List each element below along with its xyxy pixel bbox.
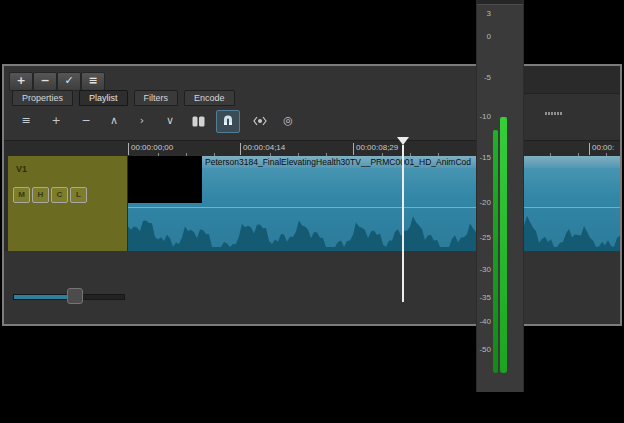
scrub-while-dragging-button[interactable] (250, 112, 270, 130)
audio-meter-panel: 3 0 -5 -10 -15 -20 -25 -30 -35 -40 -50 (476, 0, 524, 392)
chevron-up-icon: ∧ (110, 114, 118, 127)
meter-scale-label: 3 (477, 9, 491, 18)
meter-scale-label: -40 (477, 317, 491, 326)
timecode-label: 00:00:08;29 (353, 143, 398, 155)
timeline-menu-button[interactable]: ≡ (16, 112, 36, 130)
add-button[interactable]: + (9, 72, 33, 91)
playhead-handle[interactable] (397, 137, 409, 145)
scrub-eye-icon (253, 116, 267, 126)
right-dock-area (520, 66, 620, 140)
update-button[interactable]: ✓ (57, 72, 81, 91)
meter-scale-label: -20 (477, 198, 491, 207)
split-button[interactable] (188, 112, 208, 130)
track-lock-button[interactable]: L (70, 187, 87, 203)
right-dock-bottom (520, 94, 620, 140)
magnet-icon (222, 114, 234, 126)
meter-scale-label: -25 (477, 233, 491, 242)
clip-black-video-segment (128, 156, 202, 203)
meter-scale-label: 0 (477, 32, 491, 41)
grip-dots-icon[interactable] (545, 112, 562, 115)
menu-button[interactable]: ≡ (81, 72, 105, 91)
timeline-ruler[interactable]: 00:00:00;00 00:00:04;14 00:00:08;29 00:0… (4, 140, 620, 157)
timeline-clip[interactable]: Peterson3184_FinalElevatingHealth30TV__P… (128, 156, 620, 251)
plus-icon: + (16, 74, 25, 87)
meter-scale-label: -5 (477, 73, 491, 82)
right-dock-top (520, 66, 620, 94)
timeline-ripple-delete-button[interactable]: − (76, 112, 96, 130)
plus-icon: + (51, 114, 60, 127)
clip-waveform (128, 206, 620, 251)
track-header[interactable]: V1 M H C L (8, 156, 127, 251)
meter-panel-top-edge (477, 0, 523, 5)
minus-icon: − (81, 114, 90, 127)
tab-properties[interactable]: Properties (12, 90, 73, 106)
meter-scale-label: -10 (477, 112, 491, 121)
meter-scale-label: -15 (477, 153, 491, 162)
split-icon (192, 116, 205, 127)
check-icon: ✓ (64, 74, 73, 87)
track-hide-button[interactable]: H (32, 187, 49, 203)
overwrite-button[interactable]: › (132, 112, 152, 130)
ripple-markers-button[interactable]: ◎ (278, 112, 298, 130)
timecode-label: 00:00: (589, 143, 614, 155)
main-window: + − ✓ ≡ Properties Playlist Filters Enco… (2, 64, 622, 326)
chevron-right-icon: › (140, 114, 144, 127)
clip-filename: Peterson3184_FinalElevatingHealth30TV__P… (205, 157, 505, 167)
menu-icon: ≡ (21, 114, 30, 127)
down-button[interactable]: ∨ (160, 112, 180, 130)
timeline-track-v1: V1 M H C L Peterson3184_FinalElevatingHe… (4, 156, 620, 251)
remove-button[interactable]: − (33, 72, 57, 91)
meter-bar-right (500, 117, 507, 373)
timecode-label: 00:00:00;00 (128, 143, 173, 155)
zoom-slider-handle[interactable] (67, 288, 83, 304)
tab-filters[interactable]: Filters (134, 90, 179, 106)
tab-playlist[interactable]: Playlist (79, 90, 128, 106)
meter-scale-label: -30 (477, 265, 491, 274)
ripple-target-icon: ◎ (283, 114, 293, 127)
track-composite-button[interactable]: C (51, 187, 68, 203)
tab-encode[interactable]: Encode (184, 90, 235, 106)
track-name: V1 (16, 164, 27, 174)
playhead-line (402, 145, 404, 302)
timeline-append-button[interactable]: + (46, 112, 66, 130)
screenshot-stage: + − ✓ ≡ Properties Playlist Filters Enco… (0, 0, 624, 423)
zoom-slider-fill (14, 295, 71, 299)
track-mute-button[interactable]: M (13, 187, 30, 203)
meter-scale-label: -50 (477, 345, 491, 354)
timecode-label: 00:00:04;14 (240, 143, 285, 155)
chevron-down-icon: ∨ (166, 114, 174, 127)
meter-scale-label: -35 (477, 293, 491, 302)
minus-icon: − (40, 74, 49, 87)
snap-toggle-button[interactable] (216, 110, 240, 133)
meter-bar-left (493, 130, 498, 373)
lift-button[interactable]: ∧ (104, 112, 124, 130)
dock-tabs: Properties Playlist Filters Encode (12, 90, 241, 106)
menu-icon: ≡ (88, 74, 97, 87)
